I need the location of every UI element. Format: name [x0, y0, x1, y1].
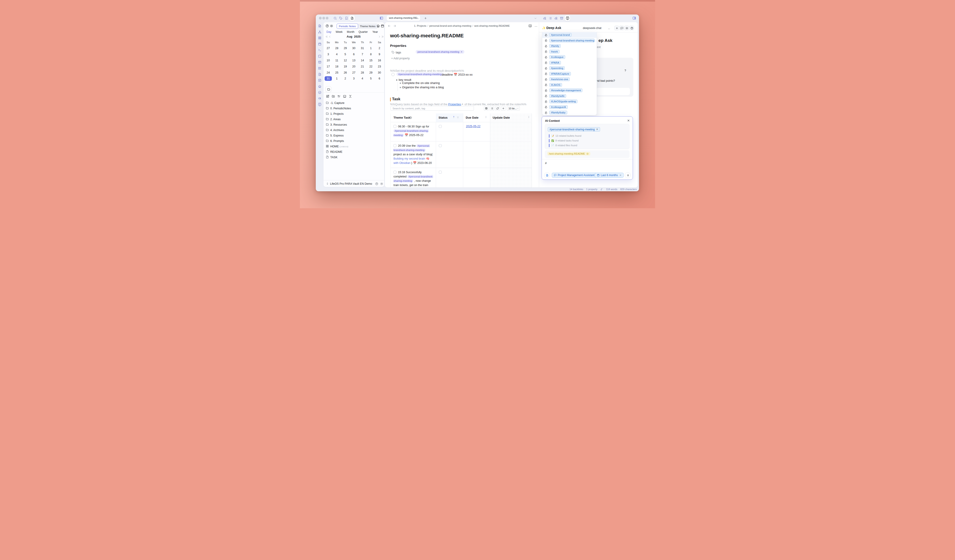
col-header-due-date[interactable]: Due Date — [466, 116, 478, 119]
calendar-day[interactable]: 5 — [344, 53, 346, 56]
calendar-day[interactable]: 6 — [379, 77, 380, 80]
theme-task-cell[interactable]: 20:39 Use the #personal-brand/wot-sharin… — [393, 144, 433, 165]
sort-arrows[interactable]: ▲▼ — [453, 115, 454, 119]
tab-theme-notes[interactable]: Theme Notes — [358, 24, 377, 28]
calendar-day[interactable]: 15 — [369, 59, 373, 62]
calendar-day[interactable]: 29 — [344, 47, 347, 50]
assistant-help-button[interactable] — [629, 26, 634, 30]
chat-input[interactable]: # — [545, 161, 547, 165]
prev-month-icon[interactable] — [329, 35, 331, 38]
tab[interactable]: wot-sharing-meeting.RE... — [387, 16, 420, 21]
status-cell[interactable] — [439, 171, 442, 175]
toggle-right-sidebar-icon[interactable] — [632, 16, 636, 20]
vault-help-icon[interactable] — [375, 182, 378, 186]
tags-icon[interactable] — [339, 17, 343, 20]
calendar-day[interactable]: 27 — [327, 47, 330, 50]
calendar-day[interactable]: 30 — [352, 47, 355, 50]
vault-switcher[interactable]: LifeOS Pro PARA Vault EN Demo — [324, 180, 384, 187]
calendar-day[interactable]: 2 — [379, 47, 380, 50]
next-month-icon[interactable] — [378, 35, 381, 38]
calendar-day[interactable]: 24 — [327, 71, 330, 74]
expand-all-icon[interactable] — [343, 95, 346, 98]
add-task-button[interactable] — [501, 106, 506, 111]
new-tab-icon[interactable] — [424, 17, 427, 20]
settings-icon[interactable] — [380, 182, 383, 186]
calendar-day[interactable]: 28 — [335, 47, 338, 50]
rail-file-plus-icon[interactable] — [318, 73, 321, 76]
backlinks-icon[interactable] — [554, 17, 558, 20]
calendar-day[interactable]: 3 — [327, 53, 329, 56]
calendar-day[interactable]: 1 — [336, 77, 338, 80]
close-icon[interactable] — [627, 119, 630, 122]
note-tag-pill[interactable]: #personal-brand/wot-sharing-meeting — [396, 72, 443, 76]
status-filter-icon[interactable] — [457, 116, 459, 119]
tab-close-icon[interactable] — [416, 17, 418, 19]
prev-year-icon[interactable] — [325, 35, 328, 38]
home-icon[interactable] — [376, 24, 380, 28]
inline-tag-pill[interactable]: #personal-brand/wot-sharing-meeting — [393, 175, 433, 183]
page-size-select[interactable]: 10 ite... — [507, 106, 520, 111]
tree-item[interactable]: README — [324, 149, 384, 154]
context-file-chip[interactable]: /wot-sharing-meeting.README — [547, 152, 590, 156]
tree-item[interactable]: TASK — [324, 154, 384, 160]
backlinks-count[interactable]: 14 backlinks — [570, 188, 583, 190]
calendar-day[interactable]: 4 — [362, 77, 363, 80]
next-year-icon[interactable] — [381, 35, 384, 38]
tag-menu-item[interactable]: #work — [542, 49, 596, 55]
table-view-button[interactable] — [484, 106, 488, 111]
file-explorer-tab[interactable] — [326, 86, 331, 92]
calendar-day[interactable]: 17 — [327, 65, 330, 68]
remove-tag-icon[interactable]: ✕ — [596, 128, 598, 131]
calendar-day[interactable]: 30 — [378, 71, 381, 74]
tag-menu-item[interactable]: #LifeOS — [542, 82, 596, 88]
back-icon[interactable] — [388, 24, 391, 28]
calendar-day[interactable]: 1 — [370, 47, 372, 50]
calendar-day[interactable]: 7 — [362, 53, 363, 56]
tag-menu-item[interactable]: #family — [542, 43, 596, 49]
new-note-icon[interactable] — [326, 95, 329, 98]
calendar-day[interactable]: 14 — [361, 59, 364, 62]
status-cell[interactable] — [439, 144, 442, 148]
month-label[interactable]: Aug 2025 — [347, 35, 360, 38]
rail-panel-layout-icon[interactable] — [318, 61, 321, 64]
rail-calendar-icon[interactable] — [318, 42, 321, 46]
window-zoom-button[interactable] — [326, 17, 329, 19]
theme-task-cell[interactable]: 15:16 Successfully completed #personal-b… — [393, 170, 433, 187]
calendar-day[interactable]: 13 — [352, 59, 355, 62]
calendar-day[interactable]: 5 — [370, 77, 372, 80]
list-view-button[interactable] — [490, 106, 494, 111]
task-checkbox[interactable] — [391, 73, 395, 76]
rail-terminal-icon[interactable] — [318, 48, 321, 52]
calendar-day[interactable]: 29 — [369, 71, 373, 74]
outline-icon[interactable] — [549, 17, 552, 20]
rail-file-search-icon[interactable] — [318, 24, 321, 28]
tag-menu-item[interactable]: #PARA/Capture — [542, 71, 596, 77]
tree-item[interactable]: 6. Prompts — [324, 138, 384, 144]
sort-arrows[interactable]: ▲▼ — [485, 115, 487, 119]
tree-item[interactable]: 4. Archives — [324, 128, 384, 133]
time-range-chip[interactable]: Last 6 months✕ — [595, 173, 624, 178]
theme-task-cell[interactable]: 06:30 - 08:30 Sign up for #personal-bran… — [393, 125, 433, 137]
status-checkbox[interactable] — [439, 125, 442, 128]
view-tab-quarter[interactable]: Quarter — [359, 30, 368, 33]
properties-heading[interactable]: Properties — [390, 44, 406, 48]
rail-code-percent-icon[interactable] — [318, 97, 321, 100]
col-header-update-date[interactable]: Update Date — [493, 116, 510, 119]
tree-item[interactable]: 1. Projects — [324, 111, 384, 117]
calendar-day[interactable]: 22 — [369, 65, 373, 68]
calendar-day[interactable]: 10 — [327, 59, 330, 62]
tree-item[interactable]: 3. Resources — [324, 122, 384, 128]
calendar-settings-icon[interactable] — [330, 24, 333, 28]
rail-network-icon[interactable] — [318, 30, 321, 34]
model-chevron-icon[interactable] — [608, 28, 610, 30]
tag-menu-item[interactable]: #personal-brand — [542, 32, 596, 38]
add-property-button[interactable]: + Add property — [391, 57, 410, 60]
calendar-day[interactable]: 3 — [353, 77, 355, 80]
collapse-all-icon[interactable] — [349, 95, 352, 98]
ai-assistant-button[interactable] — [565, 16, 570, 21]
calendar-day[interactable]: 19 — [344, 65, 347, 68]
calendar-day[interactable]: 23 — [378, 65, 381, 68]
task-checkbox[interactable] — [393, 125, 396, 128]
tag-menu-item[interactable]: #colleague — [542, 54, 596, 60]
new-note-button[interactable] — [349, 16, 355, 21]
